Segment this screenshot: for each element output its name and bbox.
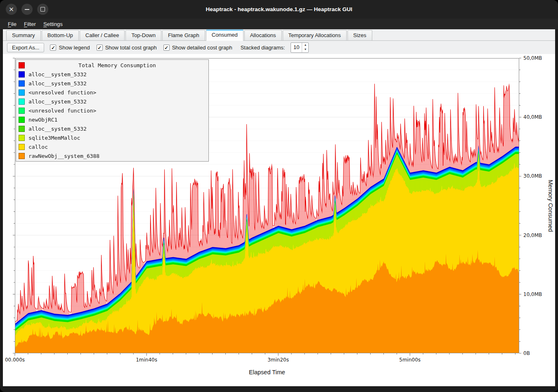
menu-file[interactable]: File bbox=[4, 20, 20, 28]
toolbar: Export As... ✓Show legend✓Show total cos… bbox=[3, 41, 555, 54]
spinbox-value[interactable]: 10 bbox=[291, 43, 302, 52]
legend-entry: rawNewObj__system_6388 bbox=[16, 151, 208, 160]
window-title: Heaptrack - heaptrack.wakunode.1.gz — He… bbox=[0, 6, 558, 12]
legend-label: <unresolved function> bbox=[28, 89, 96, 96]
legend-swatch bbox=[19, 144, 25, 150]
checkbox-group: ✓Show legend✓Show total cost graph✓Show … bbox=[50, 45, 232, 51]
menu-bar: File Filter Settings bbox=[0, 19, 558, 29]
y-tick-label: 40,0MB bbox=[523, 114, 542, 120]
close-icon: ✕ bbox=[9, 6, 14, 12]
spin-down-button[interactable]: ▼ bbox=[302, 47, 308, 52]
spin-up-button[interactable]: ▲ bbox=[302, 43, 308, 48]
checkmark-icon: ✓ bbox=[163, 45, 170, 51]
legend-entry: sqlite3MemMalloc bbox=[16, 133, 208, 142]
checkbox-label: Show legend bbox=[59, 45, 90, 51]
legend-entry: <unresolved function> bbox=[16, 106, 208, 115]
y-tick-label: 20,0MB bbox=[523, 232, 542, 238]
legend-swatch bbox=[19, 135, 25, 141]
legend-label: calloc bbox=[28, 144, 48, 150]
legend-swatch bbox=[19, 99, 25, 105]
legend-label: alloc__system_5332 bbox=[28, 99, 87, 105]
legend-title: Total Memory Consumption bbox=[28, 62, 206, 68]
tab-sizes[interactable]: Sizes bbox=[348, 30, 372, 40]
legend-label: sqlite3MemMalloc bbox=[28, 135, 80, 141]
x-tick-label: 3min20s bbox=[267, 357, 289, 363]
tab-summary[interactable]: Summary bbox=[6, 30, 41, 40]
legend-swatch bbox=[19, 126, 25, 132]
minimize-icon bbox=[25, 9, 29, 10]
x-tick-label: 00.000s bbox=[5, 357, 25, 363]
window-controls: ✕ bbox=[0, 4, 48, 15]
chart-panel: Total Memory Consumptionalloc__system_53… bbox=[3, 54, 555, 386]
tab-consumed[interactable]: Consumed bbox=[206, 30, 244, 41]
spinbox-arrows: ▲ ▼ bbox=[302, 43, 308, 52]
legend-label: newObjRC1 bbox=[28, 117, 57, 123]
window-content: SummaryBottom-UpCaller / CalleeTop-DownF… bbox=[3, 29, 555, 386]
legend-swatch bbox=[19, 71, 25, 77]
legend-swatch bbox=[19, 153, 25, 159]
checkbox-show-total-cost-graph[interactable]: ✓Show total cost graph bbox=[97, 45, 157, 51]
tab-bar: SummaryBottom-UpCaller / CalleeTop-DownF… bbox=[3, 29, 555, 41]
maximize-icon bbox=[40, 7, 45, 12]
menu-settings[interactable]: Settings bbox=[40, 20, 66, 28]
legend-title-row: Total Memory Consumption bbox=[16, 61, 208, 70]
legend-label: alloc__system_5332 bbox=[28, 80, 87, 87]
tab-allocations[interactable]: Allocations bbox=[244, 30, 282, 40]
legend-entry: alloc__system_5332 bbox=[16, 97, 208, 106]
y-axis-label: Memory Consumed bbox=[547, 58, 554, 353]
checkbox-label: Show total cost graph bbox=[105, 45, 157, 51]
x-axis-label: Elapsed Time bbox=[15, 369, 519, 376]
y-tick-label: 0B bbox=[523, 350, 530, 356]
legend-swatch-total bbox=[19, 62, 25, 68]
legend-entry: calloc bbox=[16, 142, 208, 151]
x-tick-label: 5min00s bbox=[399, 357, 421, 363]
maximize-button[interactable] bbox=[37, 4, 48, 15]
legend-swatch bbox=[19, 108, 25, 114]
checkbox-show-legend[interactable]: ✓Show legend bbox=[50, 45, 90, 51]
legend-entry: newObjRC1 bbox=[16, 115, 208, 124]
y-tick-label: 50,0MB bbox=[523, 55, 542, 61]
legend-label: alloc__system_5332 bbox=[28, 71, 87, 77]
legend-entry: alloc__system_5332 bbox=[16, 124, 208, 133]
legend-swatch bbox=[19, 80, 25, 87]
chart-legend: Total Memory Consumptionalloc__system_53… bbox=[16, 59, 209, 162]
app-window: ✕ Heaptrack - heaptrack.wakunode.1.gz — … bbox=[0, 0, 558, 392]
tab-caller-callee[interactable]: Caller / Callee bbox=[80, 30, 125, 40]
tab-flame-graph[interactable]: Flame Graph bbox=[162, 30, 205, 40]
y-tick-label: 30,0MB bbox=[523, 173, 542, 179]
export-as-button[interactable]: Export As... bbox=[7, 43, 44, 52]
legend-entry: alloc__system_5332 bbox=[16, 79, 208, 88]
tab-top-down[interactable]: Top-Down bbox=[125, 30, 161, 40]
tab-temporary-allocations[interactable]: Temporary Allocations bbox=[283, 30, 347, 40]
checkmark-icon: ✓ bbox=[97, 45, 103, 51]
legend-swatch bbox=[19, 117, 25, 123]
minimize-button[interactable] bbox=[21, 4, 33, 15]
tab-bottom-up[interactable]: Bottom-Up bbox=[42, 30, 79, 40]
legend-label: <unresolved function> bbox=[28, 108, 96, 114]
stacked-diagrams-label: Stacked diagrams: bbox=[241, 45, 285, 51]
stacked-diagrams-spinbox[interactable]: 10 ▲ ▼ bbox=[291, 42, 309, 53]
legend-swatch bbox=[19, 89, 25, 96]
menu-filter[interactable]: Filter bbox=[20, 20, 40, 28]
x-tick-label: 1min40s bbox=[136, 357, 157, 363]
legend-label: rawNewObj__system_6388 bbox=[28, 153, 99, 159]
titlebar: ✕ Heaptrack - heaptrack.wakunode.1.gz — … bbox=[0, 0, 558, 19]
y-tick-label: 10,0MB bbox=[523, 291, 542, 297]
checkmark-icon: ✓ bbox=[50, 45, 56, 51]
legend-label: alloc__system_5332 bbox=[28, 126, 87, 132]
checkbox-label: Show detailed cost graph bbox=[172, 45, 232, 51]
legend-entry: <unresolved function> bbox=[16, 88, 208, 97]
close-button[interactable]: ✕ bbox=[6, 4, 17, 15]
checkbox-show-detailed-cost-graph[interactable]: ✓Show detailed cost graph bbox=[163, 45, 232, 51]
legend-entry: alloc__system_5332 bbox=[16, 70, 208, 79]
